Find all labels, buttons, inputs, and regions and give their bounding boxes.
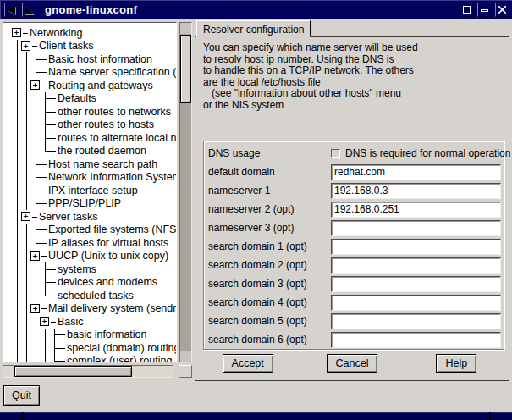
tree-branch-line bbox=[12, 52, 21, 66]
tree-branch-line bbox=[12, 197, 21, 211]
tree-branch-line bbox=[21, 197, 30, 211]
tree-item[interactable]: +Routing and gateways bbox=[12, 79, 176, 92]
tree-item[interactable]: routes to alternate local ne bbox=[12, 131, 176, 145]
search-domain-2-opt-field[interactable] bbox=[331, 257, 501, 274]
dns-form-groupbox: DNS usageDNS is required for normal oper… bbox=[203, 141, 504, 350]
tree-branch-line bbox=[12, 341, 21, 355]
maximize-button[interactable] bbox=[460, 3, 474, 17]
tree-item[interactable]: Host name search path bbox=[12, 158, 176, 171]
app-window: gnome-linuxconf +Networking+Client tasks… bbox=[0, 0, 512, 420]
scroll-down-icon[interactable] bbox=[180, 351, 191, 362]
tree-item[interactable]: the routed daemon bbox=[12, 145, 176, 158]
tree-item[interactable]: +UUCP (Unix to unix copy) bbox=[12, 250, 176, 263]
tree-item[interactable]: IP aliases for virtual hosts bbox=[12, 236, 176, 250]
dns-required-checkbox[interactable]: DNS is required for normal operation bbox=[331, 147, 510, 159]
description-line: to handle this on a TCP/IP network. The … bbox=[203, 65, 418, 77]
tree-item[interactable]: basic information bbox=[12, 329, 176, 342]
tree-branch-line bbox=[21, 224, 30, 237]
scroll-up-icon[interactable] bbox=[180, 23, 191, 34]
tree-vertical-scrollbar[interactable] bbox=[179, 22, 192, 362]
expander-icon[interactable]: + bbox=[30, 304, 40, 313]
cancel-button[interactable]: Cancel bbox=[327, 354, 378, 373]
search-domain-3-opt-field[interactable] bbox=[331, 276, 501, 292]
tree-item[interactable]: +Networking bbox=[12, 26, 176, 40]
tree-item[interactable]: other routes to networks bbox=[12, 105, 176, 119]
quit-button[interactable]: Quit bbox=[3, 385, 40, 406]
tree-item-label: Mail delivery system (sendr bbox=[48, 302, 176, 314]
expander-icon[interactable]: + bbox=[12, 28, 21, 37]
window-shade-button[interactable] bbox=[22, 3, 36, 17]
shade-icon bbox=[25, 5, 34, 14]
expander-icon[interactable]: + bbox=[30, 80, 40, 90]
tree-item[interactable]: devices and modems bbox=[12, 276, 176, 290]
search-domain-4-opt-field[interactable] bbox=[331, 295, 501, 311]
titlebar: gnome-linuxconf bbox=[0, 0, 512, 19]
form-row: DNS usageDNS is required for normal oper… bbox=[208, 144, 501, 163]
tree-connector bbox=[40, 276, 56, 290]
tree-item[interactable]: systems bbox=[12, 262, 176, 276]
nameserver-2-opt-field[interactable] bbox=[331, 202, 501, 218]
horizontal-scroll-thumb[interactable] bbox=[14, 366, 132, 377]
tree-branch-line bbox=[21, 302, 30, 316]
minimize-button[interactable] bbox=[477, 3, 492, 17]
tree-branch-line bbox=[12, 105, 21, 119]
tree-connector bbox=[40, 105, 56, 119]
tree-branch-line bbox=[30, 131, 40, 145]
tree-item-label: routes to alternate local ne bbox=[58, 132, 177, 144]
tree-item[interactable]: +Client tasks bbox=[12, 40, 176, 53]
tree-item[interactable]: +Basic bbox=[12, 315, 176, 329]
tree-item[interactable]: PPP/SLIP/PLIP bbox=[12, 197, 176, 211]
tree-item-label: UUCP (Unix to unix copy) bbox=[48, 250, 168, 262]
vertical-scroll-thumb[interactable] bbox=[180, 35, 191, 103]
tree-branch-line bbox=[21, 289, 30, 302]
tree-item-label: IPX interface setup bbox=[48, 185, 138, 196]
search-domain-1-opt-field[interactable] bbox=[331, 239, 501, 255]
tree-branch-line bbox=[21, 236, 30, 250]
tree-item[interactable]: Network Information System bbox=[12, 171, 176, 185]
tree-branch-line bbox=[30, 355, 40, 363]
scroll-left-icon[interactable] bbox=[3, 366, 14, 377]
tree-branch-line bbox=[21, 119, 30, 132]
checkbox-icon[interactable] bbox=[331, 149, 340, 158]
tree-item[interactable]: Exported file systems (NFS) bbox=[12, 224, 176, 237]
form-row-label: search domain 3 (opt) bbox=[208, 278, 331, 290]
close-button[interactable] bbox=[495, 3, 509, 17]
tree-connector bbox=[40, 119, 56, 132]
search-domain-5-opt-field[interactable] bbox=[331, 313, 501, 329]
tree-item[interactable]: complex (user) routing bbox=[12, 355, 176, 363]
search-domain-6-opt-field[interactable] bbox=[331, 332, 501, 348]
tree-item[interactable]: +Mail delivery system (sendr bbox=[12, 302, 176, 316]
default-domain-field[interactable] bbox=[331, 164, 501, 180]
tree-item-label: other routes to hosts bbox=[58, 119, 154, 130]
tree-item[interactable]: special (domain) routing bbox=[12, 341, 176, 355]
tree-branch-line bbox=[12, 158, 21, 171]
expander-icon[interactable]: + bbox=[40, 317, 49, 326]
tree-branch-line bbox=[21, 92, 30, 106]
tree-item[interactable]: IPX interface setup bbox=[12, 184, 176, 197]
button-cell: Help bbox=[405, 354, 509, 374]
nameserver-3-opt-field[interactable] bbox=[331, 220, 501, 236]
tree-branch-line bbox=[21, 262, 30, 276]
tab-resolver-configuration[interactable]: Resolver configuration bbox=[196, 20, 311, 37]
tree-connector bbox=[40, 289, 56, 302]
expander-icon[interactable]: + bbox=[21, 212, 30, 221]
tree-item[interactable]: scheduled tasks bbox=[12, 289, 176, 302]
expander-icon[interactable]: + bbox=[21, 41, 30, 51]
checkbox-label: DNS is required for normal operation bbox=[345, 147, 510, 159]
tree-item[interactable]: +Server tasks bbox=[12, 210, 176, 224]
tree-connector bbox=[49, 355, 65, 363]
tree-item[interactable]: Defaults bbox=[12, 92, 176, 106]
scroll-right-icon[interactable] bbox=[162, 366, 173, 377]
expander-icon[interactable]: + bbox=[30, 251, 40, 261]
tree-item[interactable]: Basic host information bbox=[12, 52, 176, 66]
window-menu-button[interactable] bbox=[4, 3, 19, 17]
accept-button[interactable]: Accept bbox=[223, 354, 273, 373]
tree-item-label: other routes to networks bbox=[58, 106, 171, 118]
help-button[interactable]: Help bbox=[436, 354, 476, 373]
tree-branch-line bbox=[12, 329, 21, 342]
tree-item[interactable]: Name server specification ( bbox=[12, 66, 176, 80]
tree-horizontal-scrollbar[interactable] bbox=[3, 365, 173, 378]
nameserver-1-field[interactable] bbox=[331, 183, 501, 199]
tree-item-label: Host name search path bbox=[48, 158, 157, 170]
tree-item[interactable]: other routes to hosts bbox=[12, 119, 176, 132]
